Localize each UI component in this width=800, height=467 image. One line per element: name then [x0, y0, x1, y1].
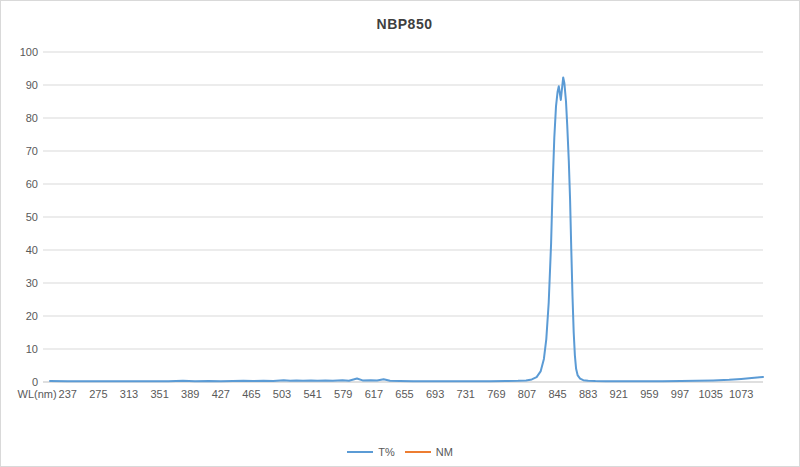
- x-tick-label: 1035: [698, 388, 722, 400]
- plot-area: 0102030405060708090100WL(nm)237275313351…: [1, 1, 800, 467]
- legend: T%NM: [1, 446, 799, 458]
- legend-line-swatch: [347, 451, 373, 453]
- y-tick-label: 70: [26, 145, 38, 157]
- x-tick-label: 807: [518, 388, 536, 400]
- x-tick-label: 959: [640, 388, 658, 400]
- chart-container: NBP850 0102030405060708090100WL(nm)23727…: [0, 0, 800, 467]
- y-tick-label: 40: [26, 244, 38, 256]
- x-tick-label: 731: [457, 388, 475, 400]
- x-tick-label: 465: [242, 388, 260, 400]
- y-tick-label: 20: [26, 310, 38, 322]
- legend-label: NM: [436, 446, 453, 458]
- x-tick-label: 921: [610, 388, 628, 400]
- x-tick-label: 541: [303, 388, 321, 400]
- y-tick-label: 30: [26, 277, 38, 289]
- x-tick-label: 313: [120, 388, 138, 400]
- x-tick-label: 883: [579, 388, 597, 400]
- x-tick-label: 1073: [729, 388, 753, 400]
- x-axis-unit-label: WL(nm): [18, 388, 57, 400]
- legend-label: T%: [378, 446, 395, 458]
- y-tick-label: 80: [26, 112, 38, 124]
- y-tick-label: 10: [26, 343, 38, 355]
- x-tick-label: 617: [365, 388, 383, 400]
- x-tick-label: 389: [181, 388, 199, 400]
- x-tick-label: 693: [426, 388, 444, 400]
- series-line-t: [50, 77, 763, 381]
- legend-item-nm: NM: [405, 446, 453, 458]
- legend-item-t: T%: [347, 446, 395, 458]
- x-tick-label: 351: [150, 388, 168, 400]
- x-tick-label: 275: [89, 388, 107, 400]
- x-tick-label: 845: [548, 388, 566, 400]
- x-tick-label: 237: [59, 388, 77, 400]
- x-tick-label: 427: [212, 388, 230, 400]
- legend-line-swatch: [405, 451, 431, 453]
- x-tick-label: 503: [273, 388, 291, 400]
- y-tick-label: 50: [26, 211, 38, 223]
- y-tick-label: 60: [26, 178, 38, 190]
- x-tick-label: 579: [334, 388, 352, 400]
- x-tick-label: 997: [671, 388, 689, 400]
- y-tick-label: 100: [20, 46, 38, 58]
- x-tick-label: 655: [395, 388, 413, 400]
- y-tick-label: 0: [32, 376, 38, 388]
- x-tick-label: 769: [487, 388, 505, 400]
- y-tick-label: 90: [26, 79, 38, 91]
